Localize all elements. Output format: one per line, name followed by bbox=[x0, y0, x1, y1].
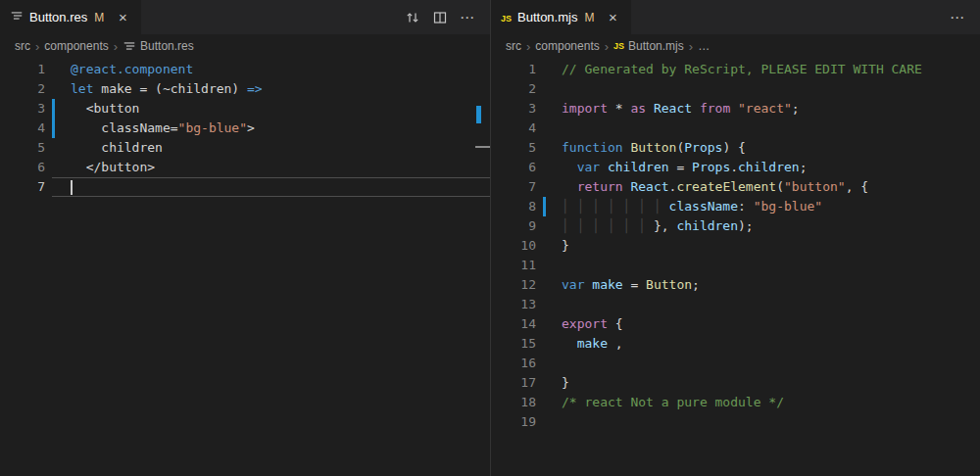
code-line[interactable]: 5function Button(Props) { bbox=[491, 138, 980, 158]
code-text: return React.createElement("button", { bbox=[546, 177, 980, 197]
code-text: className="bg-blue"> bbox=[55, 119, 490, 138]
line-body: export { bbox=[543, 314, 980, 334]
line-number[interactable]: 4 bbox=[0, 119, 45, 138]
breadcrumb-item[interactable]: components bbox=[44, 39, 108, 53]
line-number[interactable]: 10 bbox=[491, 236, 536, 256]
more-actions-button[interactable]: ⋯ bbox=[945, 5, 970, 30]
line-number[interactable]: 9 bbox=[491, 216, 536, 236]
line-number[interactable]: 7 bbox=[491, 177, 536, 197]
code-line[interactable]: 4 bbox=[491, 119, 980, 138]
close-tab-icon[interactable]: × bbox=[604, 9, 621, 26]
js-file-icon: JS bbox=[613, 41, 624, 51]
line-body bbox=[543, 119, 980, 138]
code-line[interactable]: 12var make = Button; bbox=[491, 275, 980, 295]
breadcrumb-item[interactable]: components bbox=[535, 39, 599, 53]
line-number[interactable]: 5 bbox=[491, 138, 536, 158]
overview-ruler[interactable] bbox=[475, 58, 490, 476]
code-line[interactable]: 5 children bbox=[0, 138, 490, 158]
code-line[interactable]: 8│ │ │ │ │ │ │ className: "bg-blue" bbox=[491, 197, 980, 216]
code-line[interactable]: 2 bbox=[491, 79, 980, 99]
breadcrumb-separator-icon: › bbox=[689, 39, 693, 54]
line-number[interactable]: 7 bbox=[0, 177, 45, 197]
line-body: function Button(Props) { bbox=[543, 138, 980, 158]
line-body: import * as React from "react"; bbox=[543, 99, 980, 119]
line-number[interactable]: 1 bbox=[0, 60, 45, 79]
code-text: make , bbox=[546, 334, 980, 354]
line-number[interactable]: 13 bbox=[491, 295, 536, 314]
tab-button-res[interactable]: Button.res M × bbox=[0, 0, 142, 34]
code-line[interactable]: 18/* react Not a pure module */ bbox=[491, 393, 980, 412]
code-line[interactable]: 10} bbox=[491, 236, 980, 256]
line-number[interactable]: 6 bbox=[0, 158, 45, 177]
code-line[interactable]: 6 </button> bbox=[0, 158, 490, 177]
code-line[interactable]: 3 <button bbox=[0, 99, 490, 119]
code-line[interactable]: 19 bbox=[491, 412, 980, 432]
open-changes-button[interactable] bbox=[400, 5, 425, 30]
code-text: │ │ │ │ │ │ │ className: "bg-blue" bbox=[546, 197, 980, 216]
code-editor-right[interactable]: 1// Generated by ReScript, PLEASE EDIT W… bbox=[491, 58, 980, 476]
breadcrumb-separator-icon: › bbox=[526, 39, 530, 54]
code-line[interactable]: 15 make , bbox=[491, 334, 980, 354]
line-number[interactable]: 17 bbox=[491, 373, 536, 393]
code-text: let make = (~children) => bbox=[55, 79, 490, 99]
code-editor-left[interactable]: 1@react.component2let make = (~children)… bbox=[0, 58, 490, 476]
tab-button-mjs[interactable]: JS Button.mjs M × bbox=[491, 0, 632, 34]
code-line[interactable]: 1// Generated by ReScript, PLEASE EDIT W… bbox=[491, 60, 980, 79]
line-number[interactable]: 15 bbox=[491, 334, 536, 354]
line-number[interactable]: 19 bbox=[491, 412, 536, 432]
line-body bbox=[543, 79, 980, 99]
code-line[interactable]: 7 return React.createElement("button", { bbox=[491, 177, 980, 197]
line-number[interactable]: 16 bbox=[491, 354, 536, 373]
code-line[interactable]: 17} bbox=[491, 373, 980, 393]
code-area[interactable]: 1// Generated by ReScript, PLEASE EDIT W… bbox=[491, 60, 980, 432]
line-number[interactable]: 4 bbox=[491, 119, 536, 138]
line-body: make , bbox=[543, 334, 980, 354]
split-editor-button[interactable] bbox=[427, 5, 453, 30]
breadcrumb-label: Button.res bbox=[140, 39, 194, 53]
code-line[interactable]: 1@react.component bbox=[0, 60, 490, 79]
code-text: } bbox=[546, 236, 980, 256]
overview-cursor-marker bbox=[475, 146, 490, 148]
code-text bbox=[546, 256, 980, 275]
line-number[interactable]: 18 bbox=[491, 393, 536, 412]
code-line[interactable]: 13 bbox=[491, 295, 980, 314]
code-text: function Button(Props) { bbox=[546, 138, 980, 158]
breadcrumb-label: components bbox=[535, 39, 599, 53]
line-number[interactable]: 3 bbox=[0, 99, 45, 119]
breadcrumb-item[interactable]: … bbox=[698, 39, 710, 53]
line-body: </button> bbox=[52, 158, 490, 177]
text-cursor bbox=[71, 180, 73, 195]
code-text: │ │ │ │ │ │ }, children); bbox=[546, 216, 980, 236]
line-number[interactable]: 14 bbox=[491, 314, 536, 334]
line-number[interactable]: 1 bbox=[491, 60, 536, 79]
breadcrumb-item[interactable]: src bbox=[15, 39, 30, 53]
line-number[interactable]: 2 bbox=[0, 79, 45, 99]
code-text: // Generated by ReScript, PLEASE EDIT WI… bbox=[546, 60, 980, 79]
code-line[interactable]: 9│ │ │ │ │ │ }, children); bbox=[491, 216, 980, 236]
code-line[interactable]: 4 className="bg-blue"> bbox=[0, 119, 490, 138]
line-number[interactable]: 5 bbox=[0, 138, 45, 158]
breadcrumb-item[interactable]: Button.res bbox=[122, 39, 194, 53]
line-number[interactable]: 8 bbox=[491, 197, 536, 216]
line-number[interactable]: 3 bbox=[491, 99, 536, 119]
line-number[interactable]: 11 bbox=[491, 256, 536, 275]
code-line[interactable]: 2let make = (~children) => bbox=[0, 79, 490, 99]
code-text bbox=[55, 178, 490, 196]
line-number[interactable]: 2 bbox=[491, 79, 536, 99]
line-number[interactable]: 6 bbox=[491, 158, 536, 177]
code-line[interactable]: 11 bbox=[491, 256, 980, 275]
more-actions-button[interactable]: ⋯ bbox=[455, 5, 480, 30]
tab-bar-right: JS Button.mjs M × ⋯ bbox=[491, 0, 980, 34]
breadcrumb-left: src›components›Button.res bbox=[0, 34, 490, 58]
breadcrumb-item[interactable]: JSButton.mjs bbox=[613, 39, 684, 53]
code-line[interactable]: 7 bbox=[0, 177, 490, 197]
code-line[interactable]: 16 bbox=[491, 354, 980, 373]
breadcrumb-item[interactable]: src bbox=[506, 39, 521, 53]
code-line[interactable]: 14export { bbox=[491, 314, 980, 334]
line-number[interactable]: 12 bbox=[491, 275, 536, 295]
close-tab-icon[interactable]: × bbox=[114, 9, 131, 26]
code-line[interactable]: 3import * as React from "react"; bbox=[491, 99, 980, 119]
split-editor-icon bbox=[432, 10, 448, 25]
code-area[interactable]: 1@react.component2let make = (~children)… bbox=[0, 60, 490, 197]
code-line[interactable]: 6 var children = Props.children; bbox=[491, 158, 980, 177]
